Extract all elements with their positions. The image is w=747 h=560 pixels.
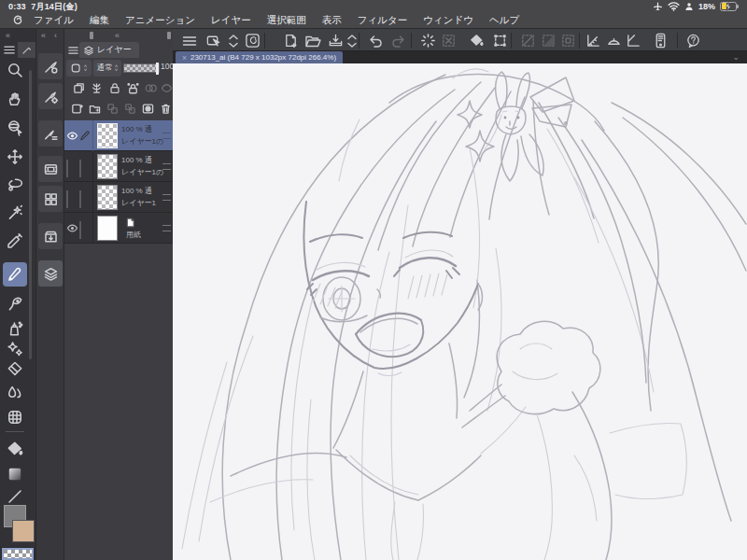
visibility-checkbox-empty[interactable] [66, 190, 68, 208]
dock-navigator-button[interactable] [38, 156, 63, 182]
menu-view[interactable]: 表示 [322, 14, 342, 27]
layer-row-paper[interactable]: 用紙 [64, 213, 174, 244]
dock-layer-property-button[interactable] [38, 186, 63, 212]
delete-layer-button[interactable] [159, 102, 173, 116]
dock-tool-property-button[interactable] [38, 120, 63, 147]
blend-tool[interactable] [3, 380, 27, 404]
layer-row-3[interactable]: 100 % 通レイヤー1 [64, 182, 174, 213]
toolbar-toggle-chevrons-icon[interactable] [224, 32, 243, 49]
gradient-tool[interactable] [3, 462, 27, 486]
dock-tool-button[interactable] [38, 53, 63, 79]
tool-palette-menu-icon[interactable] [4, 45, 15, 55]
dock-layer-button-selected[interactable] [38, 260, 63, 287]
tab-list-chevron-icon[interactable]: ⌄ [732, 52, 740, 62]
opacity-slider[interactable] [123, 63, 160, 73]
close-tab-icon[interactable]: × [182, 53, 187, 63]
visibility-eye-icon[interactable] [66, 130, 78, 142]
scale-rotate-icon[interactable] [490, 32, 509, 49]
selection-lasso-tool[interactable] [3, 173, 27, 197]
new-canvas-icon[interactable] [281, 32, 300, 49]
layer-palette-color-selector[interactable]: ˄˅ [66, 60, 92, 77]
layer-thumbnail[interactable] [97, 154, 118, 179]
eraser-tool[interactable] [3, 357, 27, 381]
fill-tool[interactable] [3, 437, 27, 461]
collapse-tool-palette-icon[interactable]: « [6, 31, 10, 40]
layer-drag-handle[interactable] [162, 133, 171, 139]
menu-window[interactable]: ウィンドウ [423, 14, 473, 27]
redo-icon[interactable] [389, 32, 408, 49]
layer-drag-handle[interactable] [162, 194, 171, 201]
lock-transparent-pixels-icon[interactable] [126, 81, 140, 95]
save-icon[interactable] [326, 32, 345, 49]
layer-drag-handle[interactable] [162, 163, 171, 170]
menu-layer[interactable]: レイヤー [211, 14, 251, 27]
new-layer-button[interactable] [70, 102, 84, 116]
layer-thumbnail[interactable] [97, 185, 118, 210]
dock-subtool-button[interactable] [38, 83, 63, 109]
menu-animation[interactable]: アニメーション [125, 14, 195, 27]
menu-file[interactable]: ファイル [34, 14, 74, 27]
menu-selection[interactable]: 選択範囲 [267, 14, 306, 27]
layer-drag-handle[interactable] [162, 225, 171, 231]
transfer-to-layer-below-button[interactable] [106, 102, 120, 116]
zoom-tool[interactable] [3, 58, 27, 82]
clip-studio-launch-icon[interactable] [243, 32, 261, 49]
companion-mode-icon[interactable] [651, 32, 669, 49]
canvas[interactable] [173, 63, 747, 560]
liquify-tool[interactable] [3, 405, 27, 429]
paper-thumbnail[interactable] [97, 216, 118, 241]
new-folder-button[interactable] [88, 102, 102, 116]
clip-to-layer-below-icon[interactable] [72, 81, 86, 95]
opacity-slider-knob[interactable] [156, 63, 159, 75]
tool-palette-scrollbar[interactable] [29, 70, 32, 359]
snap-to-ruler-icon[interactable] [584, 32, 602, 49]
dock-arrow-icon[interactable]: ‹ [54, 31, 57, 40]
deselect-icon[interactable] [518, 32, 537, 49]
lock-layer-icon[interactable] [108, 81, 121, 95]
panel-handle-right[interactable] [167, 32, 171, 39]
snap-to-special-ruler-icon[interactable] [604, 32, 623, 49]
clear-icon[interactable] [418, 32, 437, 49]
layer-panel-menu-icon[interactable] [68, 46, 78, 55]
operation-tool[interactable] [3, 116, 27, 140]
sub-color-swatch[interactable] [12, 520, 35, 542]
collapse-layer-panel-icon[interactable]: « [115, 31, 120, 40]
undo-icon[interactable] [366, 32, 385, 49]
invert-selection-icon[interactable] [539, 32, 557, 49]
visibility-eye-icon[interactable] [66, 222, 78, 234]
menu-edit[interactable]: 編集 [90, 14, 109, 27]
blend-mode-dropdown[interactable]: 通常 ˄˅ [93, 60, 121, 77]
eyedropper-tool[interactable] [3, 229, 27, 253]
draw-on-layer-icon[interactable] [90, 81, 104, 95]
clear-outside-selection-icon[interactable] [439, 32, 458, 49]
panel-handle[interactable] [90, 32, 93, 39]
auto-select-wand-tool[interactable] [3, 201, 27, 225]
create-mask-button[interactable] [141, 102, 155, 116]
clip-studio-logo[interactable] [11, 14, 24, 27]
layer-thumbnail[interactable] [97, 123, 118, 148]
menu-help[interactable]: ヘルプ [489, 14, 519, 27]
snap-to-grid-icon[interactable] [624, 32, 642, 49]
current-tool-tab[interactable] [18, 42, 35, 58]
layer-move-tool[interactable] [3, 145, 27, 169]
hand-tool[interactable] [3, 87, 27, 111]
dock-material-button[interactable] [38, 223, 63, 249]
layer-row-1[interactable]: 100 % 通レイヤー1の [64, 120, 174, 151]
pencil-tool[interactable] [3, 291, 27, 315]
visibility-checkbox-empty[interactable] [66, 160, 68, 177]
transparent-color-swatch[interactable] [2, 548, 34, 560]
layer-tab[interactable]: レイヤー [79, 42, 139, 58]
main-menu-icon[interactable] [180, 32, 199, 49]
edit-pointer-icon[interactable] [204, 32, 222, 49]
fill-command-icon[interactable] [467, 32, 486, 49]
menu-filter[interactable]: フィルター [358, 14, 407, 27]
selection-border-icon[interactable] [558, 32, 577, 49]
help-hints-icon[interactable] [684, 32, 702, 49]
merge-with-layer-below-button[interactable] [123, 102, 137, 116]
reference-layer-icon[interactable] [160, 81, 174, 95]
pen-tool-selected[interactable] [3, 262, 27, 287]
collapse-dock-icon[interactable]: « [41, 31, 46, 40]
open-file-icon[interactable] [303, 32, 322, 49]
layer-row-2[interactable]: 100 % 通レイヤー1の [64, 151, 174, 182]
document-tab[interactable]: × 230713_ai (B4 729 x 1032px 72dpi 266.4… [176, 51, 343, 63]
